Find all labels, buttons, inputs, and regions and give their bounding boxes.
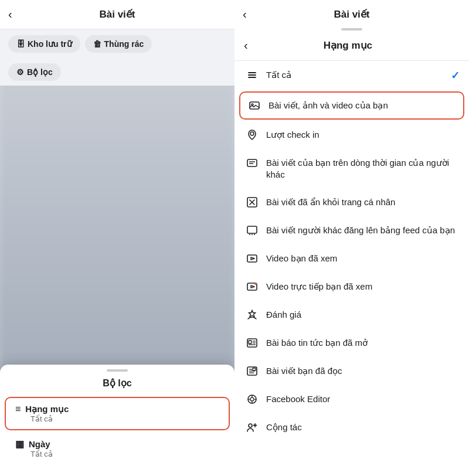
category-dropdown-sheet: ‹ Hạng mục Tất cả ✓ [235, 23, 469, 476]
svg-rect-30 [253, 368, 256, 370]
checkins-label: Lượt check in [266, 129, 460, 141]
dropdown-item-watched-live[interactable]: Video trực tiếp bạn đã xem [235, 273, 469, 301]
filter-button-left[interactable]: ⚙ Bộ lọc [8, 63, 61, 81]
others-feed-label: Bài viết người khác đăng lên bảng feed c… [266, 225, 460, 236]
others-timeline-label: Bài viết của bạn trên dòng thời gian của… [266, 157, 460, 180]
dropdown-item-others-timeline[interactable]: Bài viết của bạn trên dòng thời gian của… [235, 149, 469, 188]
svg-point-13 [249, 234, 250, 235]
svg-rect-22 [249, 341, 252, 344]
svg-rect-16 [247, 255, 257, 262]
left-action-buttons: 🗄 Kho lưu trữ 🗑 Thùng rác [0, 29, 235, 59]
left-panel-title: Bài viết [99, 8, 135, 21]
left-filter-bar: ⚙ Bộ lọc [0, 59, 235, 86]
filter-bottom-sheet: Bộ lọc ≡ Hạng mục Tất cả ▦ Ngày Tất cả [0, 365, 235, 476]
read-posts-icon [244, 365, 260, 377]
read-posts-label: Bài viết bạn đã đọc [266, 365, 460, 377]
all-icon [244, 69, 260, 81]
ratings-label: Đánh giá [266, 309, 460, 321]
checkins-icon [244, 129, 260, 141]
svg-point-32 [250, 397, 254, 401]
category-label: Hạng mục [25, 404, 69, 414]
all-label: Tất cả [266, 69, 451, 81]
trash-icon-left: 🗑 [93, 39, 101, 49]
sheet-items-list: ≡ Hạng mục Tất cả ▦ Ngày Tất cả [0, 397, 235, 476]
dropdown-item-read-posts[interactable]: Bài viết bạn đã đọc [235, 357, 469, 385]
hidden-icon [244, 196, 260, 208]
dropdown-item-facebook-editor[interactable]: Facebook Editor [235, 385, 469, 413]
all-checkmark: ✓ [451, 69, 460, 82]
dropdown-item-others-feed[interactable]: Bài viết người khác đăng lên bảng feed c… [235, 216, 469, 244]
svg-point-5 [250, 132, 254, 135]
svg-point-20 [254, 283, 257, 285]
svg-rect-12 [247, 226, 257, 233]
dropdown-item-watched-videos[interactable]: Video bạn đã xem [235, 244, 469, 273]
date-label-text: Ngày [29, 439, 50, 449]
dropdown-item-collaborations[interactable]: Cộng tác [235, 413, 469, 441]
dropdown-item-posts-photos[interactable]: Bài viết, ảnh và video của bạn [239, 91, 464, 120]
watched-live-label: Video trực tiếp bạn đã xem [266, 281, 460, 293]
archive-button-left[interactable]: 🗄 Kho lưu trữ [8, 35, 80, 53]
dropdown-item-checkins[interactable]: Lượt check in [235, 121, 469, 149]
posts-photos-label: Bài viết, ảnh và video của bạn [269, 100, 457, 111]
left-back-button[interactable]: ‹ [8, 8, 12, 21]
svg-rect-6 [247, 159, 257, 166]
watched-videos-label: Video bạn đã xem [266, 253, 460, 264]
date-sub: Tất cả [30, 450, 219, 458]
collaborations-label: Cộng tác [266, 421, 460, 433]
news-label: Bài báo tin tức bạn đã mở [266, 337, 460, 349]
sheet-item-date[interactable]: ▦ Ngày Tất cả [5, 431, 230, 465]
right-panel-title: Bài viết [334, 8, 369, 21]
dropdown-item-ratings[interactable]: Đánh giá [235, 301, 469, 329]
left-header: ‹ Bài viết [0, 0, 235, 29]
sheet-title: Bộ lọc [0, 372, 235, 396]
svg-rect-3 [250, 102, 259, 109]
watched-videos-icon [244, 253, 260, 264]
ratings-icon [244, 309, 260, 321]
svg-point-14 [252, 234, 253, 235]
sheet-item-category[interactable]: ≡ Hạng mục Tất cả [5, 397, 230, 430]
category-sub: Tất cả [30, 414, 219, 423]
date-icon: ▦ [15, 438, 24, 450]
right-back-button[interactable]: ‹ [243, 8, 247, 21]
trash-label-left: Thùng rác [104, 39, 144, 49]
facebook-editor-icon [244, 393, 260, 405]
dropdown-title: Hạng mục [255, 39, 441, 52]
hidden-profile-label: Bài viết đã ẩn khỏi trang cá nhân [266, 196, 460, 208]
dropdown-item-hidden-profile[interactable]: Bài viết đã ẩn khỏi trang cá nhân [235, 188, 469, 216]
watched-live-icon [244, 281, 260, 293]
left-panel: ‹ Bài viết 🗄 Kho lưu trữ 🗑 Thùng rác ⚙ B… [0, 0, 235, 476]
svg-marker-19 [251, 285, 254, 288]
filter-label-left: Bộ lọc [27, 67, 53, 77]
facebook-editor-label: Facebook Editor [266, 393, 460, 405]
filter-icon-left: ⚙ [16, 67, 24, 77]
svg-point-37 [249, 424, 252, 427]
dropdown-item-all[interactable]: Tất cả ✓ [235, 61, 469, 90]
news-icon [244, 337, 260, 349]
collaborations-icon [244, 421, 260, 433]
svg-point-15 [254, 234, 255, 235]
others-feed-icon [244, 225, 260, 236]
trash-button-left[interactable]: 🗑 Thùng rác [85, 35, 152, 53]
right-panel: ‹ Bài viết 🗄 Kho lưu trữ 🗑 Thùng rác ⚙ B… [235, 0, 469, 476]
others-timeline-icon [244, 157, 260, 169]
category-icon: ≡ [15, 404, 21, 414]
dropdown-item-news[interactable]: Bài báo tin tức bạn đã mở [235, 329, 469, 357]
posts-icon [246, 100, 263, 111]
dropdown-header: ‹ Hạng mục [235, 30, 469, 61]
svg-marker-17 [251, 257, 254, 260]
dropdown-back-button[interactable]: ‹ [244, 39, 248, 52]
archive-icon-left: 🗄 [16, 39, 25, 49]
archive-label-left: Kho lưu trữ [28, 39, 72, 49]
